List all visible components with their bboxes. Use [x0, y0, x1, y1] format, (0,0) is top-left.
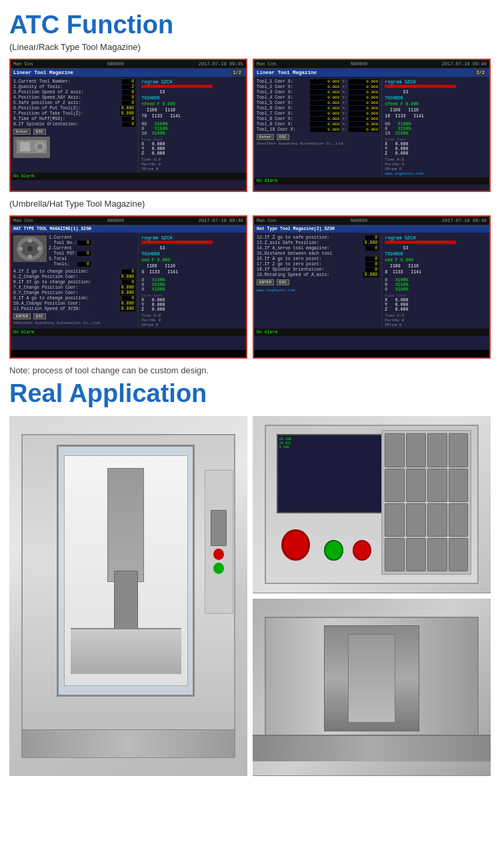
- atc-title: ATC Function: [9, 11, 491, 39]
- screen4-n: N00000: [351, 218, 367, 223]
- screen3-title-row: HAT TYPE TOOL MAGAZINE(1)_SZGH: [11, 225, 246, 233]
- screen4-alarm: No Alarm: [257, 330, 277, 335]
- screen4-body: 12.If Z go to safe position:0 13.Z_axis …: [254, 234, 489, 329]
- screen3-alarm: No Alarm: [13, 330, 34, 335]
- photos-grid: 26.10014.421S 100: [9, 416, 491, 776]
- screen4-esc-btn[interactable]: ESC: [277, 279, 289, 285]
- screen2-header: Man Con N00000 2017-07-19 09:46: [254, 60, 489, 69]
- linear-screenshots-row: Man Con N00000 2017-07-19 09:45 Linear T…: [9, 59, 491, 192]
- screen2-n: N00000: [351, 61, 367, 67]
- screen4-enter-btn[interactable]: ENTER: [257, 279, 274, 285]
- screen2-prog-bar: [385, 85, 456, 88]
- svg-point-12: [28, 255, 32, 259]
- svg-point-8: [27, 246, 33, 251]
- linear-subtitle: (Linear/Rack Type Tool Magazine): [9, 42, 491, 52]
- screen4-prog-bar: [385, 241, 456, 244]
- screen3-box: Man Con N00000 2017-07-19 09:46 HAT TYPE…: [9, 215, 247, 359]
- screen2-esc-btn[interactable]: ESC: [277, 134, 289, 140]
- screen1-left: 1.Current Tool Number:0 2.Quanity of Too…: [13, 79, 135, 171]
- screen3-left: 1.Current Tool No.:0 2.Current Tool POT:…: [13, 235, 135, 327]
- photo-machine-detail: [253, 599, 491, 776]
- screen4-left: 12.If Z go to safe position:0 13.Z_axis …: [257, 235, 379, 327]
- screen1-page: 1/2: [231, 70, 243, 75]
- screen1-esc-btn[interactable]: ESC: [33, 129, 46, 135]
- screen3: Man Con N00000 2017-07-19 09:46 HAT TYPE…: [11, 217, 246, 350]
- screen1-right: rogram SZCH S3 T01H0D0 nfeed F 0.000 I10…: [138, 79, 243, 171]
- photo-control-panel: 26.10014.421S 100: [253, 416, 491, 593]
- screen4-mode: Man Con: [257, 218, 276, 223]
- screen4: Man Con N00000 2017-07-19 09:46 Hat Type…: [254, 217, 489, 350]
- svg-rect-2: [20, 142, 30, 151]
- svg-point-4: [37, 144, 43, 149]
- real-app-title: Real Application: [9, 379, 491, 408]
- screen2-box: Man Con N00000 2017-07-19 09:46 Linear T…: [253, 59, 491, 192]
- screen4-box: Man Con N00000 2017-07-19 09:46 Hat Type…: [253, 215, 491, 359]
- screen1-n: N00000: [107, 61, 124, 67]
- screen2-enter-btn[interactable]: Enter: [257, 134, 274, 140]
- screen2-date: 2017-07-19 09:46: [442, 61, 487, 67]
- screen2-left: Tool_1 Coor X:0.000Y:0.000 Tool_2 Coor X…: [257, 79, 379, 176]
- screen4-header: Man Con N00000 2017-07-19 09:46: [254, 217, 489, 225]
- screen2-body: Tool_1 Coor X:0.000Y:0.000 Tool_2 Coor X…: [254, 78, 489, 177]
- screen1-title: Linear Tool Magazine: [13, 70, 73, 75]
- hat-screenshots-row: Man Con N00000 2017-07-19 09:46 HAT TYPE…: [9, 215, 491, 359]
- screen2-mode: Man Con: [257, 61, 276, 67]
- screen3-machine-svg: [13, 235, 47, 262]
- screen1-mode: Man Con: [13, 61, 33, 67]
- svg-point-11: [28, 239, 32, 243]
- screen4-date: 2017-07-19 09:46: [442, 218, 487, 223]
- screen4-title: Hat Type Tool Magazine(2)_SZGH: [257, 227, 335, 231]
- screen3-date: 2017-07-19 09:46: [199, 218, 243, 223]
- svg-point-10: [37, 247, 41, 251]
- screen3-body: 1.Current Tool No.:0 2.Current Tool POT:…: [11, 234, 246, 329]
- screen3-n: N00000: [107, 218, 124, 223]
- screen2-title-row: Linear Tool Magazine 2/2: [254, 69, 489, 77]
- screen1-box: Man Con N00000 2017-07-19 09:45 Linear T…: [9, 59, 247, 192]
- screen1-alarm: No Alarm: [13, 174, 34, 179]
- screen3-esc-btn[interactable]: ESC: [33, 313, 46, 319]
- page-wrapper: ATC Function (Linear/Rack Type Tool Maga…: [0, 0, 500, 787]
- note-text: Note: process of tool change can be cust…: [9, 365, 491, 375]
- screen2-page: 2/2: [474, 70, 487, 75]
- screen2-alarm: No Alarm: [257, 179, 277, 183]
- screen1-prog-bar: [141, 85, 213, 88]
- screen1-header: Man Con N00000 2017-07-19 09:45: [11, 60, 246, 69]
- screen3-header: Man Con N00000 2017-07-19 09:46: [11, 217, 246, 225]
- screen3-enter-btn[interactable]: ENTER: [13, 313, 31, 319]
- screen1-enter-btn[interactable]: Enter: [13, 129, 31, 135]
- screen1-date: 2017-07-19 09:45: [199, 61, 243, 67]
- screen2-title: Linear Tool Magazine: [257, 70, 317, 75]
- screen2-right: rogram SZCH S3 T01H0D0 nfeed F 0.000 I10…: [381, 79, 487, 176]
- screen3-right: rogram SZCH S3 T01H0D0 eed F 0.000 I109 …: [138, 235, 243, 327]
- screen2-website: www.szghauto.com: [385, 171, 487, 176]
- screen3-mode: Man Con: [13, 218, 33, 223]
- screen3-title: HAT TYPE TOOL MAGAZINE(1)_SZGH: [13, 227, 91, 231]
- screen4-title-row: Hat Type Tool Magazine(2)_SZGH: [254, 225, 489, 233]
- screen4-right: rogram SZCH S3 T01H0D0 eed F 0.000 I109 …: [381, 235, 487, 327]
- svg-point-9: [19, 247, 23, 251]
- screen1: Man Con N00000 2017-07-19 09:45 Linear T…: [11, 60, 246, 192]
- screen1-title-row: Linear Tool Magazine 1/2: [11, 69, 246, 77]
- photo-cnc-machine: [9, 416, 247, 776]
- screen1-machine-svg: [13, 137, 50, 158]
- screen2: Man Con N00000 2017-07-19 09:46 Linear T…: [254, 60, 489, 192]
- umbrella-subtitle: (Umbrella/Hat Type Tool Magazine): [9, 199, 491, 209]
- screen3-prog-bar: [141, 241, 213, 244]
- screen1-body: 1.Current Tool Number:0 2.Quanity of Too…: [11, 78, 246, 173]
